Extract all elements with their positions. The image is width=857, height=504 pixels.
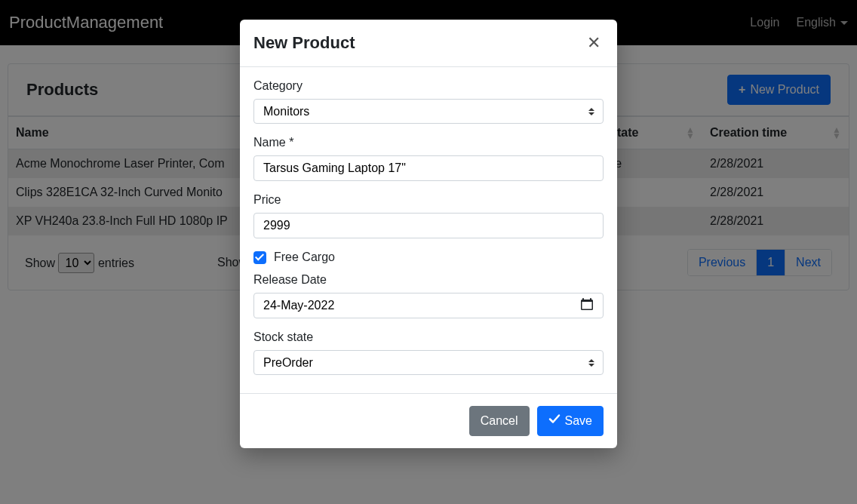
- name-input[interactable]: [253, 155, 604, 181]
- category-select[interactable]: Monitors: [253, 99, 604, 124]
- check-icon: [548, 412, 561, 430]
- category-label: Category: [253, 79, 604, 93]
- price-label: Price: [253, 193, 604, 207]
- modal-close-button[interactable]: ✕: [584, 33, 604, 53]
- price-input[interactable]: [253, 213, 604, 238]
- free-cargo-label[interactable]: Free Cargo: [274, 250, 335, 264]
- new-product-modal: New Product ✕ Category Monitors Name * P…: [240, 20, 617, 448]
- modal-title: New Product: [253, 33, 355, 53]
- save-button[interactable]: Save: [537, 406, 604, 436]
- release-date-input[interactable]: [253, 293, 604, 318]
- close-icon: ✕: [587, 33, 601, 52]
- free-cargo-checkbox[interactable]: [253, 251, 266, 264]
- stock-state-label: Stock state: [253, 330, 604, 344]
- name-label: Name *: [253, 136, 604, 149]
- cancel-button[interactable]: Cancel: [469, 406, 530, 436]
- release-date-label: Release Date: [253, 273, 604, 287]
- stock-state-select[interactable]: PreOrder: [253, 350, 604, 375]
